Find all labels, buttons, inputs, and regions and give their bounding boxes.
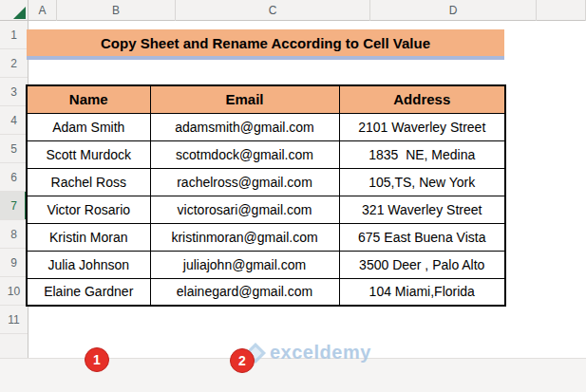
column-header-strip: ABCD xyxy=(0,0,586,21)
table-cell[interactable]: 105,TS, New York xyxy=(339,168,505,196)
table-cell[interactable]: kristinmoran@gmail.com xyxy=(150,223,339,251)
row-header-9[interactable]: 9 xyxy=(0,249,28,277)
table-cell[interactable]: Julia Johnson xyxy=(27,251,150,278)
select-all-triangle-icon xyxy=(13,7,26,19)
table-cell[interactable]: 675 East Buena Vista xyxy=(339,223,505,251)
table-cell[interactable]: Victor Rosario xyxy=(27,196,150,223)
table-cell[interactable]: victorosari@gmail.com xyxy=(150,196,339,223)
table-cell[interactable]: Elaine Gardner xyxy=(27,278,150,306)
table-cell[interactable]: Kristin Moran xyxy=(27,223,150,251)
table-row: Julia Johnsonjuliajohn@gmail.com3500 Dee… xyxy=(27,251,505,278)
column-header-blank xyxy=(537,0,586,21)
table-cell[interactable]: adamsmith@gmail.com xyxy=(150,113,339,140)
table-cell[interactable]: Adam Smith xyxy=(27,113,150,140)
row-header-partial xyxy=(0,334,28,357)
table-cell[interactable]: 2101 Waverley Street xyxy=(339,113,505,140)
table-cell[interactable]: 104 Miami,Florida xyxy=(339,278,505,306)
table-row: Scott Murdockscotmdock@gmail.com1835 NE,… xyxy=(27,140,505,168)
column-header-D[interactable]: D xyxy=(370,0,537,21)
table-header-email[interactable]: Email xyxy=(150,85,339,113)
table-row: Adam Smithadamsmith@gmail.com2101 Waverl… xyxy=(27,113,505,140)
row-number-gutter: 1234567891011 xyxy=(0,21,28,358)
column-header-B[interactable]: B xyxy=(57,0,176,21)
table-cell[interactable]: Scott Murdock xyxy=(27,140,150,168)
table-header-row: NameEmailAddress xyxy=(27,85,505,113)
row-header-2[interactable]: 2 xyxy=(0,49,28,78)
table-row: Elaine Gardnerelainegard@gmail.com104 Mi… xyxy=(27,278,505,306)
table-row: Victor Rosariovictorosari@gmail.com321 W… xyxy=(27,196,505,223)
annotation-badge-2: 2 xyxy=(230,348,255,373)
column-header-C[interactable]: C xyxy=(176,0,370,21)
table-cell[interactable]: Rachel Ross xyxy=(27,168,150,196)
row-header-10[interactable]: 10 xyxy=(0,277,28,306)
select-all-corner[interactable] xyxy=(0,0,28,21)
row-header-7[interactable]: 7 xyxy=(0,192,28,220)
table-cell[interactable]: scotmdock@gmail.com xyxy=(150,140,339,168)
row-header-11[interactable]: 11 xyxy=(0,306,28,334)
row-header-4[interactable]: 4 xyxy=(0,106,28,135)
row-header-5[interactable]: 5 xyxy=(0,135,28,163)
data-table: NameEmailAddress Adam Smithadamsmith@gma… xyxy=(26,84,506,307)
table-cell[interactable]: elainegard@gmail.com xyxy=(150,278,339,306)
row-header-8[interactable]: 8 xyxy=(0,220,28,249)
table-row: Rachel Rossrachelross@gmail.com105,TS, N… xyxy=(27,168,505,196)
excel-window: ABCD 1234567891011 Copy Sheet and Rename… xyxy=(0,0,586,392)
row-header-3[interactable]: 3 xyxy=(0,78,28,106)
title-banner-cell[interactable]: Copy Sheet and Rename According to Cell … xyxy=(27,29,504,56)
table-cell[interactable]: juliajohn@gmail.com xyxy=(150,251,339,278)
annotation-badge-1: 1 xyxy=(85,347,109,372)
table-row: Kristin Morankristinmoran@gmail.com675 E… xyxy=(27,223,505,251)
row-header-1[interactable]: 1 xyxy=(0,21,28,49)
table-header-address[interactable]: Address xyxy=(339,85,505,113)
title-underline xyxy=(27,56,504,60)
table-cell[interactable]: 321 Waverley Street xyxy=(339,196,505,223)
row-header-6[interactable]: 6 xyxy=(0,163,28,192)
table-cell[interactable]: 3500 Deer , Palo Alto xyxy=(339,251,505,278)
table-header-name[interactable]: Name xyxy=(27,85,150,113)
table-cell[interactable]: rachelross@gmail.com xyxy=(150,168,339,196)
column-header-A[interactable]: A xyxy=(28,0,57,21)
table-cell[interactable]: 1835 NE, Medina xyxy=(339,140,505,168)
